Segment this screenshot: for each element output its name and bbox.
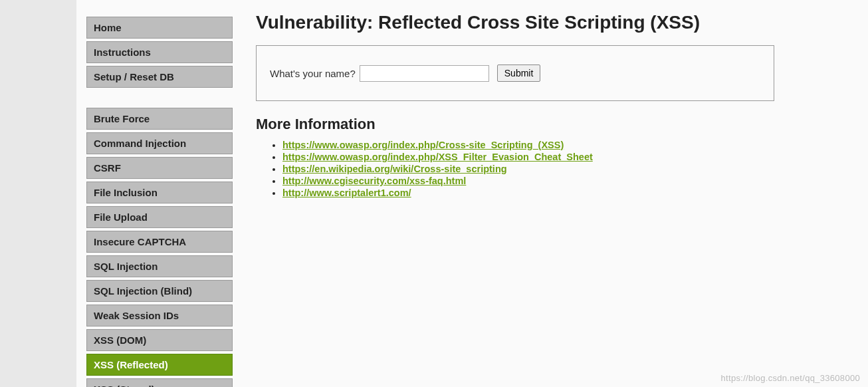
nav-group-vulnerabilities: Brute ForceCommand InjectionCSRFFile Inc…	[86, 108, 226, 387]
nav-csrf[interactable]: CSRF	[86, 157, 233, 179]
name-label: What's your name?	[270, 68, 356, 79]
nav-file-inclusion[interactable]: File Inclusion	[86, 182, 233, 203]
submit-button[interactable]: Submit	[497, 64, 541, 82]
main-content: Vulnerability: Reflected Cross Site Scri…	[236, 0, 794, 387]
more-info-list: https://www.owasp.org/index.php/Cross-si…	[256, 140, 774, 198]
info-link[interactable]: https://www.owasp.org/index.php/XSS_Filt…	[282, 152, 593, 162]
form-row: What's your name? Submit	[270, 64, 760, 82]
watermark-text: https://blog.csdn.net/qq_33608000	[721, 373, 860, 383]
nav-weak-session-ids[interactable]: Weak Session IDs	[86, 305, 233, 326]
nav-brute-force[interactable]: Brute Force	[86, 108, 233, 130]
info-link[interactable]: http://www.cgisecurity.com/xss-faq.html	[282, 176, 466, 186]
nav-group-general: HomeInstructionsSetup / Reset DB	[86, 17, 226, 88]
info-link[interactable]: http://www.scriptalert1.com/	[282, 188, 411, 198]
nav-setup-reset-db[interactable]: Setup / Reset DB	[86, 66, 233, 88]
info-list-item: https://www.owasp.org/index.php/Cross-si…	[282, 140, 774, 150]
page-title: Vulnerability: Reflected Cross Site Scri…	[256, 12, 774, 33]
info-list-item: https://www.owasp.org/index.php/XSS_Filt…	[282, 152, 774, 162]
more-info-heading: More Information	[256, 116, 774, 133]
nav-sql-injection[interactable]: SQL Injection	[86, 255, 233, 277]
nav-command-injection[interactable]: Command Injection	[86, 132, 233, 154]
nav-file-upload[interactable]: File Upload	[86, 206, 233, 228]
nav-xss-dom[interactable]: XSS (DOM)	[86, 329, 233, 351]
info-list-item: http://www.cgisecurity.com/xss-faq.html	[282, 176, 774, 186]
nav-instructions[interactable]: Instructions	[86, 41, 233, 63]
info-list-item: http://www.scriptalert1.com/	[282, 188, 774, 198]
info-link[interactable]: https://www.owasp.org/index.php/Cross-si…	[282, 140, 564, 150]
sidebar-nav: HomeInstructionsSetup / Reset DB Brute F…	[76, 0, 236, 387]
nav-xss-reflected[interactable]: XSS (Reflected)	[86, 354, 233, 376]
nav-insecure-captcha[interactable]: Insecure CAPTCHA	[86, 231, 233, 253]
nav-home[interactable]: Home	[86, 17, 233, 39]
name-input[interactable]	[360, 65, 489, 82]
nav-sql-injection-blind[interactable]: SQL Injection (Blind)	[86, 280, 233, 302]
info-list-item: https://en.wikipedia.org/wiki/Cross-site…	[282, 164, 774, 174]
nav-xss-stored[interactable]: XSS (Stored)	[86, 378, 233, 387]
info-link[interactable]: https://en.wikipedia.org/wiki/Cross-site…	[282, 164, 507, 174]
vulnerability-form-box: What's your name? Submit	[256, 45, 774, 101]
